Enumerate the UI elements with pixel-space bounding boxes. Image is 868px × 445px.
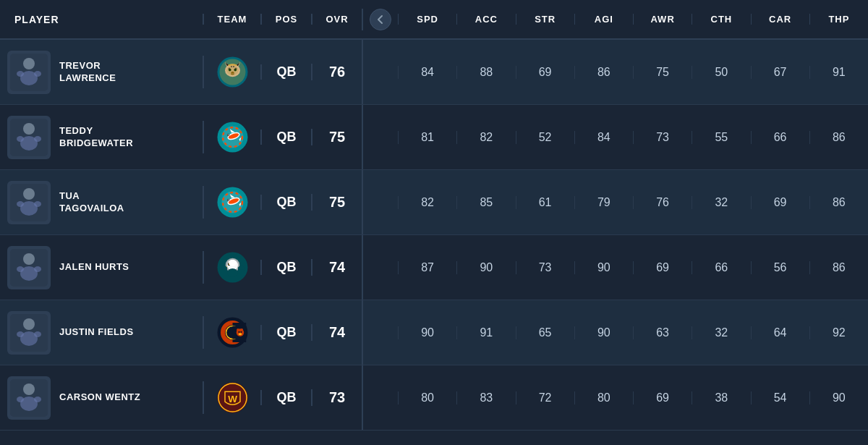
svg-point-59 (229, 260, 237, 266)
team-logo-cell (203, 251, 260, 284)
player-name: TUATAGOVAILOA (59, 190, 124, 215)
table-row: TEDDYBRIDGEWATER QB 75 81 82 52 (0, 105, 868, 170)
svg-point-8 (226, 66, 239, 76)
car-value: 54 (751, 391, 809, 404)
awr-column-header: AWR (633, 14, 692, 25)
ovr-value: 74 (311, 259, 362, 276)
pos-column-header: POS (260, 14, 311, 25)
position-value: QB (260, 64, 311, 80)
divider (362, 170, 398, 234)
svg-point-11 (230, 66, 231, 67)
svg-point-26 (34, 136, 41, 142)
table-row: JALEN HURTS QB 74 87 90 73 90 (0, 235, 868, 300)
ovr-value: 75 (311, 129, 362, 145)
ovr-value: 76 (311, 64, 362, 80)
player-name: JALEN HURTS (59, 261, 129, 274)
thp-value: 91 (809, 66, 868, 79)
svg-point-79 (23, 383, 35, 395)
svg-point-1 (23, 58, 35, 69)
player-stats-table: PLAYER TEAM POS OVR SPD ACC STR AGI AWR … (0, 0, 868, 431)
spd-value: 82 (398, 196, 456, 209)
svg-point-58 (227, 268, 238, 277)
svg-point-21 (231, 72, 234, 74)
awr-value: 75 (633, 66, 692, 79)
cth-value: 50 (692, 66, 750, 79)
spd-value: 80 (398, 391, 456, 404)
str-value: 65 (516, 326, 574, 339)
divider (362, 300, 398, 365)
player-info: JUSTIN FIELDS (0, 311, 203, 355)
awr-value: 76 (633, 196, 692, 209)
acc-column-header: ACC (456, 14, 515, 25)
position-value: QB (260, 195, 311, 210)
player-info: TEDDYBRIDGEWATER (0, 116, 203, 159)
svg-point-3 (17, 71, 24, 77)
svg-point-73 (237, 329, 239, 331)
player-info: TREVORLAWRENCE (0, 51, 203, 94)
svg-text:W: W (228, 394, 237, 404)
divider (362, 40, 398, 104)
svg-point-23 (23, 123, 35, 135)
team-logo-cell: W (203, 381, 260, 414)
player-avatar (7, 311, 51, 355)
agi-value: 90 (574, 326, 633, 339)
spd-value: 81 (398, 131, 456, 144)
player-name: TREVORLAWRENCE (59, 60, 116, 85)
thp-value: 86 (809, 261, 868, 274)
scroll-left-button[interactable] (370, 9, 391, 30)
position-value: QB (260, 325, 311, 340)
position-value: QB (260, 130, 311, 145)
cth-value: 32 (692, 326, 750, 339)
svg-point-20 (234, 69, 236, 70)
acc-value: 82 (456, 131, 515, 144)
player-name: TEDDYBRIDGEWATER (59, 125, 133, 150)
awr-value: 63 (633, 326, 692, 339)
player-avatar (7, 116, 51, 159)
agi-value: 84 (574, 131, 633, 144)
divider (362, 235, 398, 300)
acc-value: 83 (456, 391, 515, 404)
ovr-column-header: OVR (311, 14, 362, 25)
ovr-value: 75 (311, 194, 362, 211)
team-column-header: TEAM (203, 14, 260, 25)
str-value: 73 (516, 261, 574, 274)
cth-value: 38 (692, 391, 750, 404)
str-column-header: STR (516, 14, 574, 25)
player-column-header: PLAYER (0, 14, 203, 25)
acc-value: 85 (456, 196, 515, 209)
car-value: 67 (751, 66, 809, 79)
spd-value: 90 (398, 326, 456, 339)
svg-point-12 (232, 66, 234, 67)
cth-value: 32 (692, 196, 750, 209)
player-info: JALEN HURTS (0, 246, 203, 289)
scroll-column-header (362, 9, 398, 30)
player-avatar (7, 246, 51, 289)
cth-column-header: CTH (692, 14, 750, 25)
thp-value: 92 (809, 326, 868, 339)
spd-column-header: SPD (398, 14, 456, 25)
divider (362, 105, 398, 169)
svg-point-61 (23, 318, 35, 330)
svg-point-81 (17, 397, 24, 402)
svg-point-51 (17, 266, 24, 272)
table-row: TREVORLAWRENCE (0, 40, 868, 105)
divider (362, 365, 398, 430)
thp-value: 86 (809, 196, 868, 209)
table-header: PLAYER TEAM POS OVR SPD ACC STR AGI AWR … (0, 0, 868, 40)
ovr-value: 73 (311, 389, 362, 406)
team-logo-cell (203, 121, 260, 153)
acc-value: 88 (456, 66, 515, 79)
svg-point-74 (240, 329, 243, 331)
player-info: TUATAGOVAILOA (0, 181, 203, 224)
team-logo-cell (203, 56, 260, 88)
car-value: 56 (751, 261, 809, 274)
table-body: TREVORLAWRENCE (0, 40, 868, 431)
spd-value: 84 (398, 66, 456, 79)
str-value: 72 (516, 391, 574, 404)
player-avatar (7, 181, 51, 224)
svg-point-76 (240, 331, 242, 333)
svg-point-36 (23, 188, 35, 200)
svg-point-38 (17, 201, 24, 207)
svg-point-75 (238, 331, 239, 333)
thp-column-header: THP (809, 14, 868, 25)
